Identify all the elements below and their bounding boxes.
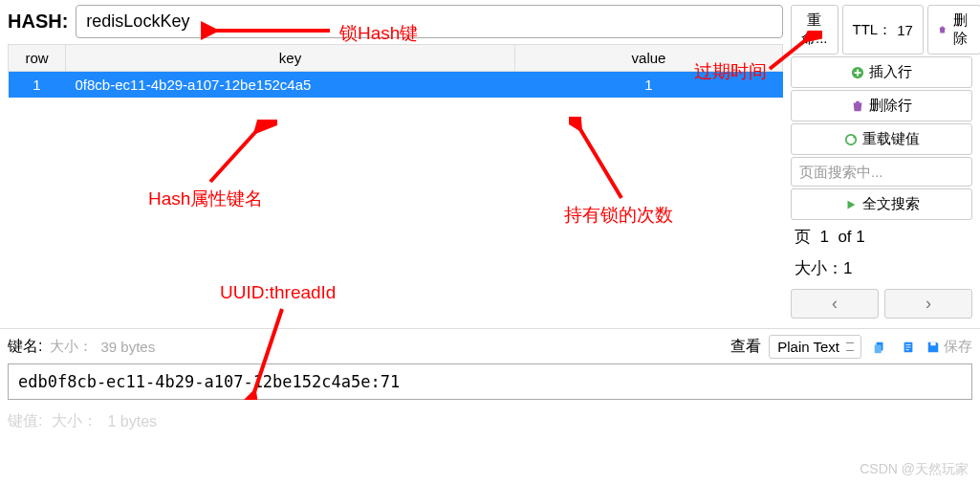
bottom-size-value: 1 bytes [107, 413, 157, 430]
type-label: HASH: [8, 11, 68, 33]
plus-icon [851, 66, 864, 79]
page-indicator: 页 1 of 1 [791, 222, 972, 252]
detail-size-label: 大小： [50, 338, 93, 356]
bottom-size-label: 大小： [52, 411, 98, 431]
row-key: 0f8cb-ec11-4b29-a107-12be152c4a5 [66, 72, 515, 99]
insert-row-button[interactable]: 插入行 [791, 56, 972, 88]
ttl-button[interactable]: TTL：17 [842, 5, 924, 55]
bottom-value-label: 键值: [8, 411, 42, 431]
hash-table: row key value 1 0f8cb-ec11-4b29-a107-12b… [8, 44, 783, 98]
delete-row-button[interactable]: 删除行 [791, 90, 972, 121]
play-icon [844, 198, 858, 211]
page-search-input[interactable] [791, 157, 972, 187]
row-value: 1 [515, 72, 783, 99]
col-key[interactable]: key [66, 45, 515, 72]
detail-value-input[interactable] [8, 363, 972, 400]
row-number: 1 [9, 72, 66, 99]
delete-button[interactable]: 删除 [927, 5, 980, 55]
save-button[interactable]: 保存 [926, 338, 972, 356]
copy-button[interactable] [869, 337, 890, 358]
detail-key-label: 键名: [8, 337, 42, 357]
copy-icon [873, 341, 886, 354]
watermark: CSDN @天然玩家 [860, 461, 969, 478]
next-page-button[interactable]: › [884, 289, 972, 319]
format-select[interactable]: Plain Text [769, 335, 861, 359]
col-value[interactable]: value [515, 45, 783, 72]
detail-size-value: 39 bytes [100, 339, 155, 355]
trash-icon [851, 99, 864, 113]
save-icon [926, 341, 940, 354]
reload-icon [844, 133, 858, 146]
trash-icon [938, 23, 947, 36]
col-row[interactable]: row [9, 45, 66, 72]
view-label: 查看 [730, 337, 761, 357]
svg-rect-3 [875, 344, 882, 353]
hash-key-input[interactable] [76, 5, 783, 38]
page-icon [902, 341, 915, 354]
rename-button[interactable]: 重命... [791, 5, 838, 55]
fulltext-search-button[interactable]: 全文搜索 [791, 188, 972, 220]
table-row[interactable]: 1 0f8cb-ec11-4b29-a107-12be152c4a5 1 [9, 72, 783, 99]
doc-button[interactable] [898, 337, 919, 358]
reload-button[interactable]: 重载键值 [791, 123, 972, 155]
svg-rect-5 [930, 341, 935, 345]
size-indicator: 大小：1 [791, 253, 972, 283]
prev-page-button[interactable]: ‹ [791, 289, 879, 319]
